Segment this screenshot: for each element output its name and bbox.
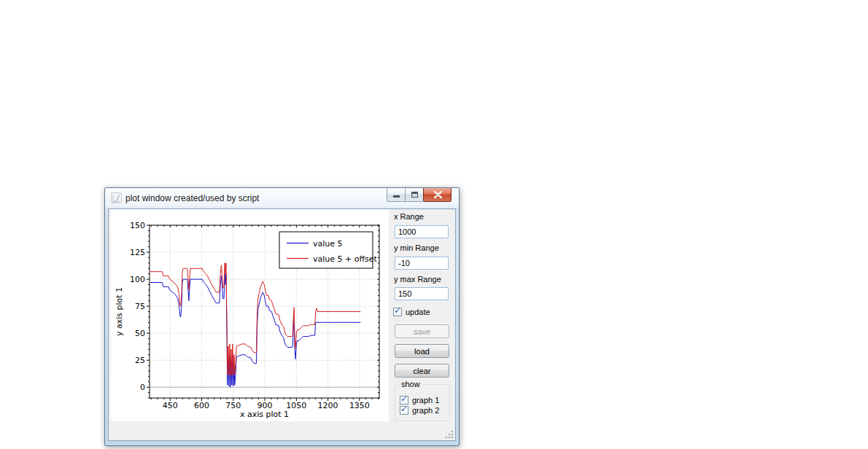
y-max-range-input[interactable] [395, 287, 449, 300]
svg-text:750: 750 [225, 401, 241, 410]
svg-text:125: 125 [130, 248, 145, 257]
app-icon [111, 192, 122, 203]
svg-text:100: 100 [130, 275, 145, 284]
svg-text:1050: 1050 [286, 401, 306, 410]
svg-text:value 5: value 5 [313, 239, 343, 249]
svg-text:0: 0 [140, 383, 145, 392]
svg-text:75: 75 [135, 302, 145, 311]
check-icon: ✓ [400, 394, 408, 404]
graph2-checkbox-label: graph 2 [412, 406, 439, 415]
minimize-button[interactable] [387, 188, 406, 202]
show-groupbox: show ✓ graph 1 ✓ graph 2 [395, 384, 450, 421]
caption-buttons [387, 188, 452, 202]
maximize-icon [411, 192, 418, 198]
maximize-button[interactable] [405, 188, 424, 202]
client-area: 4506007509001050120013500255075100125150… [108, 208, 456, 441]
check-icon: ✓ [394, 305, 401, 316]
close-button[interactable] [423, 188, 452, 202]
window-title: plot window created/used by script [125, 193, 259, 203]
load-button[interactable]: load [395, 344, 449, 358]
sidebar: x Range y min Range y max Range ✓ update… [392, 212, 454, 423]
plot-canvas[interactable]: 4506007509001050120013500255075100125150… [111, 209, 389, 421]
update-checkbox[interactable]: ✓ update [393, 308, 430, 316]
checkbox-box: ✓ [400, 406, 408, 415]
checkbox-box: ✓ [393, 308, 402, 316]
graph1-checkbox-label: graph 1 [412, 396, 439, 405]
minimize-icon [393, 195, 400, 198]
svg-text:1200: 1200 [318, 401, 338, 410]
update-checkbox-label: update [406, 308, 430, 316]
resize-grip[interactable] [446, 431, 453, 438]
svg-text:450: 450 [163, 401, 178, 410]
svg-text:50: 50 [135, 329, 145, 338]
graph2-checkbox[interactable]: ✓ graph 2 [400, 406, 439, 415]
check-icon: ✓ [400, 404, 408, 414]
svg-text:600: 600 [194, 401, 209, 410]
x-range-input[interactable] [395, 225, 449, 238]
show-groupbox-label: show [399, 380, 422, 389]
svg-text:25: 25 [135, 356, 145, 365]
close-icon [434, 191, 442, 198]
y-max-range-label: y max Range [394, 275, 441, 284]
title-bar[interactable]: plot window created/used by script [105, 188, 459, 208]
clear-button[interactable]: clear [395, 364, 449, 378]
svg-text:y axis plot 1: y axis plot 1 [115, 287, 124, 336]
svg-text:x axis plot 1: x axis plot 1 [240, 410, 289, 419]
app-window: plot window created/used by script 45060… [104, 187, 460, 446]
svg-text:1350: 1350 [349, 401, 370, 410]
svg-text:value 5 + offset: value 5 + offset [313, 254, 378, 264]
y-min-range-label: y min Range [394, 243, 439, 252]
y-min-range-input[interactable] [395, 257, 449, 270]
plot-panel: 4506007509001050120013500255075100125150… [111, 209, 389, 421]
save-button[interactable]: save [395, 324, 449, 338]
svg-text:150: 150 [130, 221, 145, 230]
x-range-label: x Range [394, 212, 424, 221]
